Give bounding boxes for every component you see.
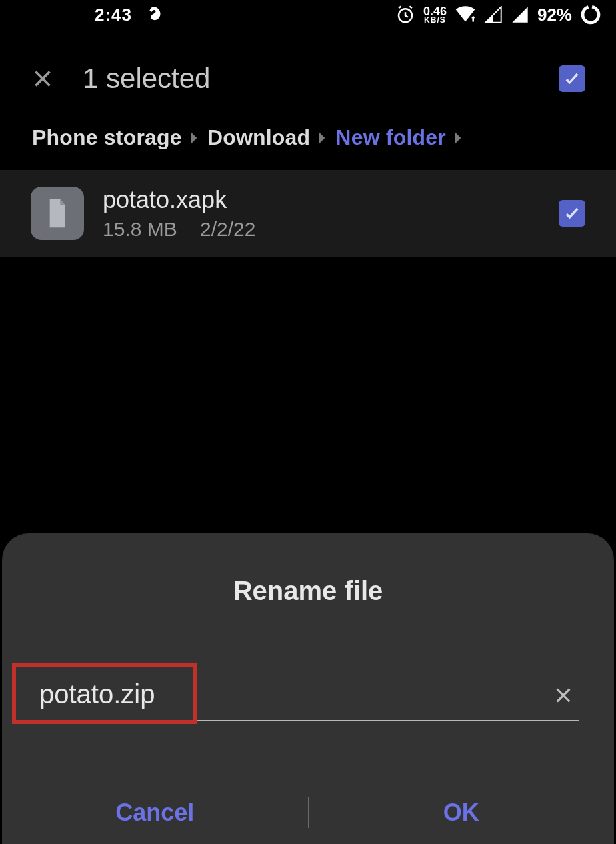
chevron-right-icon	[318, 125, 327, 150]
file-name: potato.xapk	[103, 186, 540, 214]
select-all-checkbox[interactable]	[559, 65, 585, 92]
close-icon[interactable]	[31, 67, 55, 91]
selection-header: 1 selected	[0, 29, 616, 125]
status-time: 2:43	[95, 5, 132, 25]
breadcrumb: Phone storage Download New folder	[0, 125, 616, 170]
svg-point-1	[581, 5, 600, 24]
dialog-title: Rename file	[2, 576, 614, 606]
app-indicator-icon	[144, 5, 163, 24]
cancel-button[interactable]: Cancel	[2, 795, 308, 831]
alarm-icon	[395, 5, 415, 25]
signal-1-icon	[484, 6, 503, 23]
clear-input-icon[interactable]	[547, 679, 579, 714]
battery-percentage: 92%	[537, 5, 572, 25]
ok-button[interactable]: OK	[309, 795, 615, 831]
chevron-right-icon	[454, 125, 463, 150]
rename-dialog: Rename file Cancel OK	[2, 533, 614, 844]
breadcrumb-mid[interactable]: Download	[207, 125, 310, 150]
net-speed: 0.46 KB/S	[423, 6, 447, 24]
chevron-right-icon	[190, 125, 199, 150]
rename-input[interactable]	[37, 673, 547, 720]
file-list: potato.xapk 15.8 MB 2/2/22	[0, 170, 616, 257]
wifi-icon	[455, 6, 476, 23]
selection-count: 1 selected	[83, 63, 210, 95]
status-bar: 2:43 0.46 KB/S 92%	[0, 0, 616, 29]
file-date: 2/2/22	[200, 218, 255, 240]
battery-ring-icon	[580, 4, 601, 25]
file-row[interactable]: potato.xapk 15.8 MB 2/2/22	[0, 170, 616, 257]
file-size: 15.8 MB	[103, 218, 177, 240]
breadcrumb-root[interactable]: Phone storage	[32, 125, 182, 150]
file-type-icon	[31, 187, 84, 240]
breadcrumb-leaf[interactable]: New folder	[335, 125, 446, 150]
file-checkbox[interactable]	[559, 200, 585, 227]
signal-2-icon	[511, 6, 529, 23]
